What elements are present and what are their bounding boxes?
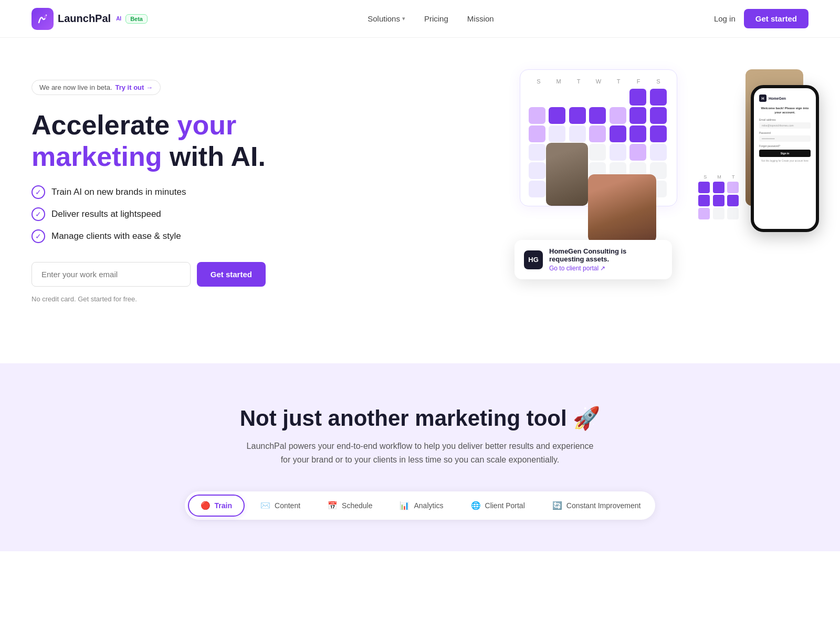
beta-banner: We are now live in beta. Try it out → (32, 80, 161, 95)
hero-title: Accelerate your marketing with AI. (32, 110, 266, 173)
notif-link[interactable]: Go to client portal ↗ (549, 265, 663, 272)
section-two-title: Not just another marketing tool 🚀 (32, 405, 808, 431)
title-your: your (177, 110, 237, 140)
logo-icon (32, 8, 54, 30)
tab-content[interactable]: ✉️ Content (249, 496, 312, 516)
title-with-ai: with AI. (162, 141, 266, 172)
check-icon-3: ✓ (32, 229, 45, 243)
phone-app-icon: H (759, 94, 766, 102)
hero-section: We are now live in beta. Try it out → Ac… (0, 38, 840, 363)
photo-stairs (546, 143, 588, 206)
tab-analytics-label: Analytics (414, 501, 443, 510)
phone-signin-btn: Sign in (759, 150, 811, 157)
phone-logo-row: H HomeGen (759, 94, 811, 102)
nav-actions: Log in Get started (714, 9, 808, 28)
calendar-mini: SMT (698, 174, 740, 219)
feature-item-3: ✓ Manage clients with ease & style (32, 229, 266, 243)
hero-left: We are now live in beta. Try it out → Ac… (32, 69, 266, 303)
no-cc-text: No credit card. Get started for free. (32, 295, 266, 303)
tab-constant-improvement-label: Constant Improvement (566, 501, 641, 510)
phone-email-field: mike@topnotchhomes.com (759, 122, 811, 129)
schedule-icon: 📅 (328, 501, 338, 510)
feature-item-1: ✓ Train AI on new brands in minutes (32, 185, 266, 199)
tab-schedule[interactable]: 📅 Schedule (316, 496, 384, 516)
nav-links: Solutions ▾ Pricing Mission (368, 14, 494, 23)
chevron-down-icon: ▾ (402, 15, 405, 22)
notif-logo-icon: HG (524, 250, 543, 269)
section-two: Not just another marketing tool 🚀 Launch… (0, 363, 840, 551)
notification-card: HG HomeGen Consulting is requesting asse… (514, 240, 672, 279)
phone-email-label: Email address (759, 118, 811, 121)
feature-list: ✓ Train AI on new brands in minutes ✓ De… (32, 185, 266, 243)
client-portal-icon: 🌐 (471, 501, 481, 510)
tab-train[interactable]: 🔴 Train (188, 495, 245, 517)
tab-client-portal-label: Client Portal (485, 501, 525, 510)
try-it-link[interactable]: Try it out → (116, 83, 153, 91)
tab-constant-improvement[interactable]: 🔄 Constant Improvement (541, 496, 653, 516)
notif-text-area: HomeGen Consulting is requesting assets.… (549, 247, 663, 272)
get-started-nav-button[interactable]: Get started (744, 9, 808, 28)
section-two-subtitle: LaunchPal powers your end-to-end workflo… (242, 439, 598, 466)
check-icon-1: ✓ (32, 185, 45, 199)
svg-point-0 (44, 15, 47, 18)
constant-improvement-icon: 🔄 (552, 501, 562, 510)
email-row: Get started (32, 262, 266, 287)
phone-screen: H HomeGen Welcome back! Please sign into… (754, 88, 816, 229)
phone-brand-name: HomeGen (769, 97, 786, 100)
logo-name: LaunchPal (58, 13, 111, 25)
hero-visuals: SMTWTFS (504, 69, 808, 290)
phone-password-label: Password (759, 131, 811, 134)
check-icon-2: ✓ (32, 207, 45, 221)
analytics-icon: 📊 (400, 501, 410, 510)
tab-analytics[interactable]: 📊 Analytics (388, 496, 455, 516)
logo-area: LaunchPal AI Beta (32, 8, 148, 30)
phone-footer: Not this logging for Create your account… (759, 160, 811, 162)
phone-mockup: H HomeGen Welcome back! Please sign into… (751, 85, 819, 232)
nav-mission[interactable]: Mission (467, 14, 494, 23)
email-input[interactable] (32, 262, 191, 287)
train-icon: 🔴 (201, 501, 211, 510)
beta-banner-text: We are now live in beta. (39, 83, 112, 91)
tab-content-label: Content (275, 501, 300, 510)
cta-button[interactable]: Get started (197, 262, 266, 287)
beta-badge: Beta (125, 14, 148, 24)
tab-client-portal[interactable]: 🌐 Client Portal (459, 496, 537, 516)
feature-tabs: 🔴 Train ✉️ Content 📅 Schedule 📊 Analytic… (185, 491, 656, 520)
nav-solutions[interactable]: Solutions ▾ (368, 14, 405, 23)
title-marketing: marketing (32, 141, 162, 172)
nav-pricing[interactable]: Pricing (424, 14, 448, 23)
tab-train-label: Train (215, 501, 232, 510)
login-button[interactable]: Log in (714, 14, 736, 23)
title-accelerate: Accelerate (32, 110, 177, 140)
tab-schedule-label: Schedule (342, 501, 372, 510)
calendar-header: SMTWTFS (529, 78, 668, 85)
phone-welcome-text: Welcome back! Please sign into your acco… (759, 106, 811, 115)
photo-building (588, 174, 656, 243)
phone-forgot: Forgot password? (759, 144, 811, 148)
phone-password-field: •••••••••••••• (759, 135, 811, 142)
navbar: LaunchPal AI Beta Solutions ▾ Pricing Mi… (0, 0, 840, 38)
feature-item-2: ✓ Deliver results at lightspeed (32, 207, 266, 221)
notif-title: HomeGen Consulting is requesting assets. (549, 247, 663, 263)
logo-ai-badge: AI (116, 16, 121, 22)
content-icon: ✉️ (260, 501, 270, 510)
